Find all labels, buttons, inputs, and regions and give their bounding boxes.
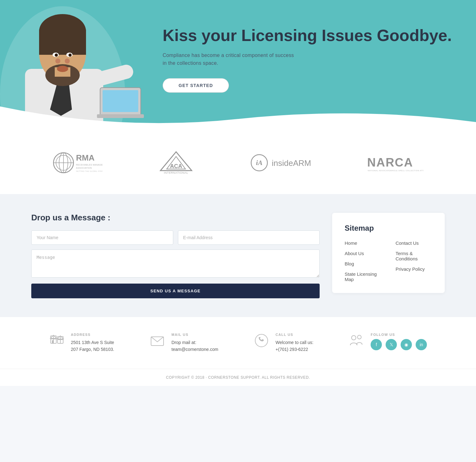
call-text: Welcome to call us: +(701) 293-6222 — [276, 339, 313, 353]
get-started-button[interactable]: GET STARTED — [163, 78, 229, 93]
svg-point-15 — [57, 66, 68, 72]
sitemap-container: Sitemap Home About Us Blog State Licensi… — [332, 213, 445, 293]
svg-text:NATIONAL ADVOCATEWHOLE SPELL C: NATIONAL ADVOCATEWHOLE SPELL COLLECTION … — [368, 170, 423, 172]
sitemap-link-home[interactable]: Home — [345, 240, 383, 246]
footer-call-content: CALL US Welcome to call us: +(701) 293-6… — [276, 333, 313, 353]
svg-text:INTERNATIONAL: INTERNATIONAL — [164, 171, 188, 174]
hero-subtitle: Compliance has become a critical compone… — [163, 51, 294, 67]
follow-label: FOLLOW US — [371, 333, 427, 336]
sitemap-link-state-licensing[interactable]: State Licensing Map — [345, 271, 383, 282]
sitemap-link-about[interactable]: About Us — [345, 251, 383, 256]
phone-icon — [254, 333, 269, 348]
address-icon — [49, 333, 65, 348]
mail-label: MAIL US — [171, 333, 218, 336]
partners-section: RMA RECEIVABLES MANAGEMENT ASSOCIATION S… — [0, 131, 476, 194]
sitemap-col-2: Contact Us Terms & Conditions Privacy Po… — [396, 240, 432, 282]
footer-info-section: ADDRESS 2501 13th Ave S Suite 207 Fargo,… — [0, 317, 476, 369]
facebook-icon[interactable]: f — [371, 339, 382, 350]
contact-sitemap-section: Drop us a Message : SEND US A MESSAGE Si… — [0, 194, 476, 317]
partner-insidearm: iA insideARM — [250, 153, 312, 172]
svg-point-50 — [357, 335, 361, 339]
footer-follow-content: FOLLOW US f 𝕏 ◉ in — [371, 333, 427, 350]
sitemap-title: Sitemap — [345, 224, 432, 233]
name-input[interactable] — [31, 230, 173, 245]
footer-mail: MAIL US Drop mail at: team@cornerstone.c… — [149, 333, 218, 353]
partner-rma: RMA RECEIVABLES MANAGEMENT ASSOCIATION S… — [53, 152, 103, 174]
footer-address-content: ADDRESS 2501 13th Ave S Suite 207 Fargo,… — [71, 333, 114, 353]
address-text: 2501 13th Ave S Suite 207 Fargo, ND 5810… — [71, 339, 114, 353]
follow-icon — [349, 333, 364, 348]
partner-narca: NARCA NATIONAL ADVOCATEWHOLE SPELL COLLE… — [367, 153, 423, 172]
svg-point-19 — [68, 54, 72, 57]
partner-aca: ACA INTERNATIONAL — [157, 150, 195, 175]
svg-point-14 — [65, 59, 70, 64]
email-input[interactable] — [178, 230, 320, 245]
svg-text:RECEIVABLES MANAGEMENT: RECEIVABLES MANAGEMENT — [76, 164, 103, 166]
svg-text:ASSOCIATION: ASSOCIATION — [76, 167, 92, 169]
svg-text:ACA: ACA — [170, 163, 182, 169]
svg-text:RMA: RMA — [76, 153, 94, 162]
svg-text:iA: iA — [256, 159, 262, 167]
svg-rect-6 — [39, 30, 86, 55]
sitemap-link-contact[interactable]: Contact Us — [396, 240, 432, 246]
footer-call: CALL US Welcome to call us: +(701) 293-6… — [254, 333, 313, 353]
address-label: ADDRESS — [71, 333, 114, 336]
twitter-icon[interactable]: 𝕏 — [386, 339, 397, 350]
svg-text:insideARM: insideARM — [272, 158, 311, 168]
footer-mail-content: MAIL US Drop mail at: team@cornerstone.c… — [171, 333, 218, 353]
mail-icon — [149, 333, 165, 348]
sitemap-links: Home About Us Blog State Licensing Map C… — [345, 240, 432, 282]
footer-follow: FOLLOW US f 𝕏 ◉ in — [349, 333, 427, 350]
copyright-section: COPYRIGHT © 2018 · CORNERSTONE SUPPORT. … — [0, 369, 476, 386]
form-name-email-row — [31, 230, 320, 245]
call-label: CALL US — [276, 333, 313, 336]
contact-form-title: Drop us a Message : — [31, 213, 320, 223]
send-message-button[interactable]: SEND US A MESSAGE — [31, 284, 320, 298]
contact-form-container: Drop us a Message : SEND US A MESSAGE — [31, 213, 320, 298]
svg-rect-41 — [52, 340, 53, 343]
svg-text:NARCA: NARCA — [367, 156, 413, 169]
instagram-icon[interactable]: ◉ — [401, 339, 412, 350]
hero-section: Kiss your Licensing Issues Goodbye. Comp… — [0, 0, 476, 131]
svg-point-49 — [352, 336, 356, 340]
hero-title: Kiss your Licensing Issues Goodbye. — [163, 26, 452, 45]
mail-text: Drop mail at: team@cornerstone.com — [171, 339, 218, 353]
copyright-text: COPYRIGHT © 2018 · CORNERSTONE SUPPORT. … — [166, 375, 310, 380]
message-textarea[interactable] — [31, 249, 320, 278]
linkedin-icon[interactable]: in — [416, 339, 427, 350]
footer-address: ADDRESS 2501 13th Ave S Suite 207 Fargo,… — [49, 333, 114, 353]
sitemap-link-terms[interactable]: Terms & Conditions — [396, 251, 432, 261]
hero-content: Kiss your Licensing Issues Goodbye. Comp… — [163, 8, 464, 124]
svg-point-18 — [55, 54, 58, 57]
svg-point-13 — [55, 59, 60, 64]
sitemap-link-privacy[interactable]: Privacy Policy — [396, 266, 432, 272]
sitemap-col-1: Home About Us Blog State Licensing Map — [345, 240, 383, 282]
sitemap-link-blog[interactable]: Blog — [345, 261, 383, 266]
svg-text:SETTING THE GLOBAL STANDARD: SETTING THE GLOBAL STANDARD — [76, 170, 103, 172]
social-icons: f 𝕏 ◉ in — [371, 339, 427, 350]
